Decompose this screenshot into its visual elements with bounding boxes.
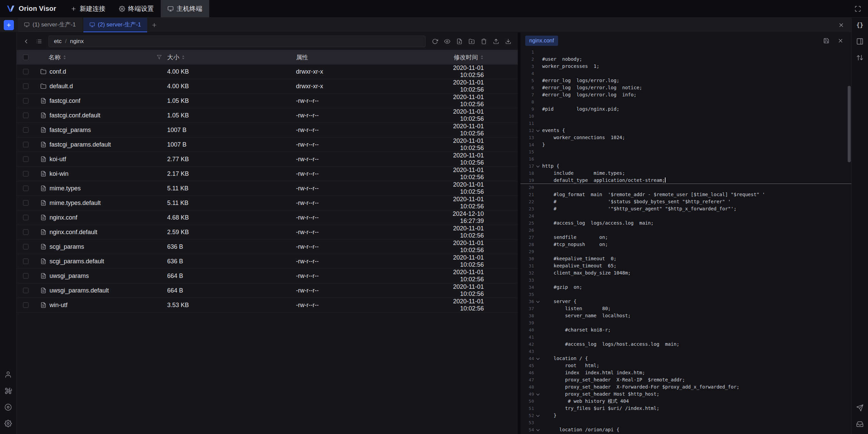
code-line[interactable]: 13 worker_connections 1024; (520, 134, 851, 141)
row-checkbox[interactable] (23, 229, 28, 235)
row-checkbox[interactable] (23, 69, 28, 74)
code-line[interactable]: 29 (520, 248, 851, 255)
sort-icon[interactable] (480, 54, 484, 60)
code-line[interactable]: 27 sendfile on; (520, 234, 851, 241)
row-checkbox[interactable] (23, 156, 28, 162)
sort-icon[interactable] (63, 54, 66, 60)
code-line[interactable]: 20 (520, 184, 851, 191)
code-line[interactable]: 38 server_name localhost; (520, 312, 851, 319)
file-name[interactable]: fastcgi.conf (50, 97, 80, 105)
table-row[interactable]: uwsgi_params.default 664 B -rw-r--r-- 20… (17, 283, 518, 298)
code-line[interactable]: 40 #charset koi8-r; (520, 326, 851, 334)
table-row[interactable]: scgi_params 636 B -rw-r--r-- 2020-11-01 … (17, 240, 518, 254)
table-row[interactable]: mime.types.default 5.11 KB -rw-r--r-- 20… (17, 196, 518, 210)
braces-icon[interactable]: {} (856, 20, 863, 30)
fullscreen-button[interactable] (852, 3, 864, 15)
file-name[interactable]: uwsgi_params (50, 272, 89, 280)
code-line[interactable]: 35 (520, 291, 851, 298)
row-checkbox[interactable] (23, 113, 28, 118)
table-row[interactable]: conf.d 4.00 KB drwxr-xr-x 2020-11-01 10:… (17, 64, 518, 79)
row-checkbox[interactable] (23, 288, 28, 293)
table-row[interactable]: win-utf 3.53 KB -rw-r--r-- 2020-11-01 10… (17, 298, 518, 313)
code-line[interactable]: 18 include mime.types; (520, 170, 851, 177)
code-line[interactable]: 15 (520, 148, 851, 155)
row-checkbox[interactable] (23, 273, 28, 279)
refresh-button[interactable] (429, 36, 441, 47)
code-line[interactable]: 54 location /orion/api { (520, 426, 851, 433)
file-name[interactable]: nginx.conf.default (50, 229, 97, 236)
table-row[interactable]: fastcgi_params 1007 B -rw-r--r-- 2020-11… (17, 123, 518, 137)
code-line[interactable]: 3worker_processes 1; (520, 63, 851, 70)
panel-splitter[interactable] (518, 33, 520, 434)
file-name[interactable]: fastcgi_params.default (50, 141, 111, 148)
code-line[interactable]: 17http { (520, 163, 851, 170)
file-name[interactable]: fastcgi.conf.default (50, 112, 100, 119)
row-checkbox[interactable] (23, 200, 28, 206)
table-row[interactable]: uwsgi_params 664 B -rw-r--r-- 2020-11-01… (17, 269, 518, 283)
file-name[interactable]: win-utf (50, 302, 67, 309)
fold-chevron-icon[interactable] (535, 355, 542, 362)
code-line[interactable]: 30 #keepalive_timeout 0; (520, 255, 851, 262)
close-editor-button[interactable] (834, 35, 847, 46)
save-button[interactable] (820, 35, 832, 46)
row-checkbox[interactable] (23, 215, 28, 220)
breadcrumb[interactable]: etc / nginx (48, 36, 426, 47)
file-name[interactable]: nginx.conf (50, 214, 77, 221)
code-line[interactable]: 43 (520, 348, 851, 355)
table-row[interactable]: nginx.conf 4.68 KB -rw-r--r-- 2024-12-10… (17, 210, 518, 225)
row-checkbox[interactable] (23, 259, 28, 264)
file-name[interactable]: conf.d (50, 68, 66, 75)
new-terminal-button[interactable] (4, 20, 14, 30)
table-row[interactable]: default.d 4.00 KB drwxr-xr-x 2020-11-01 … (17, 79, 518, 94)
tab-server-2[interactable]: (2) server-生产-1 (83, 18, 147, 32)
code-line[interactable]: 37 listen 80; (520, 305, 851, 312)
code-line[interactable]: 10 (520, 113, 851, 120)
menu-new-connection[interactable]: 新建连接 (64, 0, 112, 17)
code-line[interactable]: 39 (520, 319, 851, 326)
menu-host-terminal[interactable]: 主机终端 (161, 0, 209, 17)
file-name[interactable]: default.d (50, 83, 73, 90)
table-row[interactable]: koi-utf 2.77 KB -rw-r--r-- 2020-11-01 10… (17, 152, 518, 167)
code-line[interactable]: 16 (520, 155, 851, 163)
row-checkbox[interactable] (23, 127, 28, 133)
code-area[interactable]: 12#user nobody;3worker_processes 1;45#er… (520, 49, 851, 434)
transfer-button[interactable] (854, 53, 866, 63)
file-name[interactable]: koi-utf (50, 156, 66, 163)
row-checkbox[interactable] (23, 98, 28, 103)
breadcrumb-segment[interactable]: etc (54, 38, 62, 45)
code-line[interactable]: 41 (520, 334, 851, 341)
table-row[interactable]: fastcgi.conf.default 1.05 KB -rw-r--r-- … (17, 108, 518, 123)
file-list-button[interactable] (33, 36, 45, 47)
row-checkbox[interactable] (23, 83, 28, 89)
file-name[interactable]: koi-win (50, 170, 68, 177)
file-name[interactable]: scgi_params (50, 243, 84, 250)
row-checkbox[interactable] (23, 171, 28, 176)
code-line[interactable]: 2#user nobody; (520, 56, 851, 63)
code-line[interactable]: 26 (520, 227, 851, 234)
code-line[interactable]: 28 #tcp_nopush on; (520, 241, 851, 248)
code-line[interactable]: 46 index index.html index.htm; (520, 369, 851, 376)
code-line[interactable]: 6#error_log logs/error.log notice; (520, 84, 851, 91)
table-row[interactable]: koi-win 2.17 KB -rw-r--r-- 2020-11-01 10… (17, 167, 518, 181)
code-line[interactable]: 5#error_log logs/error.log; (520, 77, 851, 84)
code-line[interactable]: 4 (520, 70, 851, 77)
theme-button[interactable] (2, 402, 14, 412)
code-line[interactable]: 50 # web history 模式 404 (520, 398, 851, 405)
code-line[interactable]: 33 (520, 277, 851, 284)
file-name[interactable]: fastcgi_params (50, 127, 91, 134)
file-name[interactable]: mime.types.default (50, 200, 101, 207)
add-tab-button[interactable] (149, 19, 160, 31)
code-line[interactable]: 49 proxy_set_header Host $http_host; (520, 391, 851, 398)
code-line[interactable]: 22 # '$status $body_bytes_sent "$http_re… (520, 198, 851, 205)
close-panel-button[interactable] (835, 19, 847, 31)
code-line[interactable]: 25 #access_log logs/access.log main; (520, 220, 851, 227)
code-line[interactable]: 53 (520, 419, 851, 426)
upload-button[interactable] (490, 36, 502, 47)
table-row[interactable]: nginx.conf.default 2.59 KB -rw-r--r-- 20… (17, 225, 518, 240)
column-header-mtime[interactable]: 修改时间 (443, 53, 518, 61)
code-line[interactable]: 34 #gzip on; (520, 284, 851, 291)
transfer-queue-button[interactable] (854, 419, 866, 429)
row-checkbox[interactable] (23, 186, 28, 191)
column-header-size[interactable]: 大小 (167, 53, 296, 61)
row-checkbox[interactable] (23, 244, 28, 249)
